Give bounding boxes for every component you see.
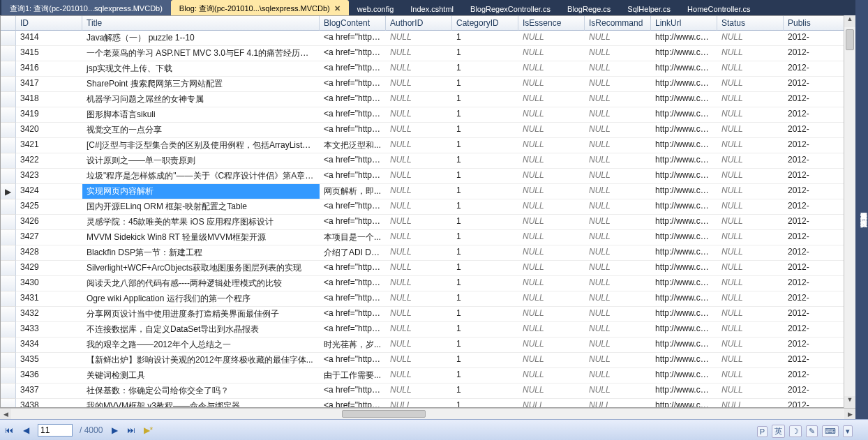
cell[interactable]: 3428 (16, 245, 82, 261)
ime-icon[interactable]: ✎ (806, 425, 818, 437)
cell[interactable]: http://www.cnbl... (651, 123, 717, 138)
cell[interactable]: 网页解析，即... (320, 184, 386, 199)
cell[interactable]: NULL (717, 307, 784, 322)
cell[interactable]: MVVM Sidekick Win8 RT 轻量级MVVM框架开源 (82, 230, 320, 245)
cell[interactable]: NULL (518, 322, 585, 337)
cell[interactable]: http://www.cnbl... (651, 230, 717, 245)
cell[interactable]: NULL (717, 261, 784, 276)
current-record-input[interactable] (38, 424, 73, 437)
cell[interactable]: NULL (518, 276, 585, 291)
cell[interactable]: 3420 (16, 123, 82, 138)
cell[interactable]: <a href="http:/... (320, 61, 386, 77)
cell[interactable]: NULL (386, 77, 452, 92)
cell[interactable]: NULL (717, 291, 784, 307)
cell[interactable]: NULL (585, 399, 651, 408)
cell[interactable]: NULL (717, 384, 784, 399)
row-header[interactable] (1, 384, 16, 399)
cell[interactable]: NULL (518, 31, 585, 46)
cell[interactable]: NULL (717, 46, 784, 61)
ime-icon[interactable]: ⌨ (822, 425, 839, 437)
cell[interactable]: 2012- (784, 153, 850, 169)
cell[interactable]: NULL (717, 169, 784, 184)
cell[interactable]: <a href="http:/... (320, 31, 386, 46)
cell[interactable]: 实现网页内容解析 (82, 184, 320, 199)
cell[interactable]: 1 (452, 215, 518, 230)
cell[interactable]: 2012- (784, 261, 850, 276)
cell[interactable]: 3423 (16, 169, 82, 184)
cell[interactable]: NULL (585, 368, 651, 384)
row-header[interactable] (1, 261, 16, 276)
row-header[interactable]: ▶ (1, 184, 16, 199)
cell[interactable]: 1 (452, 46, 518, 61)
cell[interactable]: <a href="http:/... (320, 199, 386, 215)
cell[interactable]: 1 (452, 77, 518, 92)
cell[interactable]: 2012- (784, 31, 850, 46)
cell[interactable]: http://www.cnbl... (651, 46, 717, 61)
cell[interactable]: NULL (518, 368, 585, 384)
cell[interactable]: NULL (518, 77, 585, 92)
cell[interactable]: 关键词检测工具 (82, 368, 320, 384)
cell[interactable]: 1 (452, 353, 518, 368)
cell[interactable]: 1 (452, 399, 518, 408)
document-tab[interactable]: web.config (349, 0, 403, 15)
cell[interactable]: NULL (386, 138, 452, 153)
cell[interactable]: NULL (386, 307, 452, 322)
scroll-up-icon[interactable]: ▲ (844, 15, 855, 27)
cell[interactable]: 1 (452, 230, 518, 245)
cell[interactable]: 3437 (16, 384, 82, 399)
cell[interactable]: <a href="http:/... (320, 261, 386, 276)
cell[interactable]: 垃圾"程序是怎样炼成的"——关于《C程序设计伴侣》第A章( ... (82, 169, 320, 184)
cell[interactable]: <a href="http:/... (320, 123, 386, 138)
cell[interactable]: NULL (386, 153, 452, 169)
row-header[interactable] (1, 107, 16, 123)
cell[interactable]: NULL (717, 245, 784, 261)
cell[interactable]: 视觉交互的一点分享 (82, 123, 320, 138)
cell[interactable]: 1 (452, 261, 518, 276)
row-header-corner[interactable] (1, 16, 16, 31)
cell[interactable]: 不连接数据库，自定义DataSet导出到水晶报表 (82, 322, 320, 337)
cell[interactable]: NULL (585, 199, 651, 215)
cell[interactable]: NULL (585, 77, 651, 92)
scroll-down-icon[interactable]: ▼ (844, 396, 855, 408)
column-header[interactable]: Status (717, 16, 784, 31)
cell[interactable]: NULL (585, 384, 651, 399)
cell[interactable]: Blackfin DSP第一节：新建工程 (82, 245, 320, 261)
cell[interactable]: 灵感学院：45款唯美的苹果 iOS 应用程序图标设计 (82, 215, 320, 230)
cell[interactable]: NULL (518, 230, 585, 245)
cell[interactable]: 3430 (16, 276, 82, 291)
cell[interactable]: NULL (518, 46, 585, 61)
cell[interactable]: 1 (452, 245, 518, 261)
column-header[interactable]: BlogContent (320, 16, 386, 31)
cell[interactable]: http://www.cnbl... (651, 31, 717, 46)
cell[interactable]: NULL (518, 353, 585, 368)
cell[interactable]: NULL (386, 123, 452, 138)
cell[interactable]: 1 (452, 337, 518, 353)
cell[interactable]: NULL (386, 46, 452, 61)
cell[interactable]: 2012- (784, 184, 850, 199)
cell[interactable]: NULL (386, 291, 452, 307)
cell[interactable]: 2012- (784, 245, 850, 261)
cell[interactable]: 3436 (16, 368, 82, 384)
cell[interactable]: http://www.cnbl... (651, 107, 717, 123)
cell[interactable]: <a href="http:/... (320, 153, 386, 169)
cell[interactable]: NULL (386, 337, 452, 353)
cell[interactable]: 2012- (784, 92, 850, 107)
cell[interactable]: 介绍了ADI DSP... (320, 245, 386, 261)
cell[interactable]: 3415 (16, 46, 82, 61)
cell[interactable]: NULL (717, 399, 784, 408)
cell[interactable]: 1 (452, 138, 518, 153)
cell[interactable]: 3418 (16, 92, 82, 107)
cell[interactable]: 2012- (784, 138, 850, 153)
cell[interactable]: 2012- (784, 169, 850, 184)
cell[interactable]: 2012- (784, 399, 850, 408)
cell[interactable]: NULL (585, 215, 651, 230)
cell[interactable]: 1 (452, 92, 518, 107)
column-header[interactable]: IsRecommand (585, 16, 651, 31)
cell[interactable]: NULL (717, 230, 784, 245)
cell[interactable]: <a href="http:/... (320, 353, 386, 368)
cell[interactable]: 3432 (16, 307, 82, 322)
cell[interactable]: <a href="http:/... (320, 322, 386, 337)
cell[interactable]: NULL (717, 353, 784, 368)
cell[interactable]: 2012- (784, 322, 850, 337)
cell[interactable]: http://www.cnbl... (651, 291, 717, 307)
